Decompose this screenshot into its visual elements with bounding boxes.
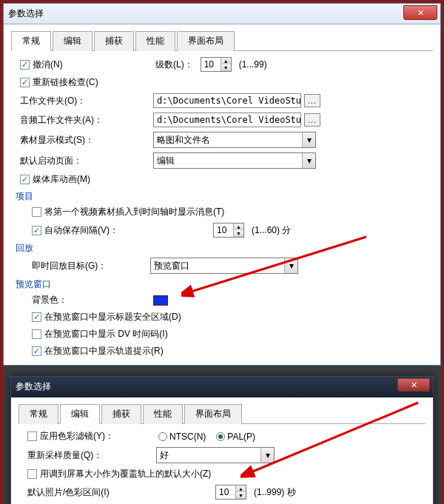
tab-layout[interactable]: 界面布局: [177, 31, 235, 51]
chevron-down-icon: ▾: [302, 153, 315, 168]
medialib-label: 媒体库动画(M): [33, 173, 90, 186]
spinner-down-icon[interactable]: ▼: [234, 230, 243, 237]
pal-label: PAL(P): [227, 431, 255, 442]
window-title: 参数选择: [16, 380, 51, 393]
playback-dropdown[interactable]: 预览窗口 ▾: [150, 258, 298, 274]
safearea-checkbox[interactable]: [32, 312, 41, 322]
resample-label: 重新采样质量(Q)：: [27, 449, 156, 462]
section-playback: 回放: [16, 242, 433, 255]
undo-checkbox[interactable]: [20, 60, 30, 70]
tab-capture[interactable]: 捕获: [101, 404, 141, 424]
colorfilter-label: 应用色彩滤镜(Y)：: [40, 430, 158, 443]
tab-edit[interactable]: 编辑: [53, 31, 92, 51]
autosave-range: (1...60) 分: [252, 224, 291, 237]
duration-spinner[interactable]: 10 ▲▼: [215, 485, 246, 500]
tab-general[interactable]: 常规: [18, 404, 58, 424]
trackhint-checkbox[interactable]: [32, 346, 41, 356]
ntsc-label: NTSC(N): [169, 431, 206, 442]
workdir-field[interactable]: d:\Documents\Corel VideoStu…: [153, 93, 301, 108]
overlay-checkbox[interactable]: [27, 469, 37, 479]
close-button[interactable]: ✕: [397, 378, 430, 392]
tab-performance[interactable]: 性能: [135, 31, 175, 51]
duration-label: 默认照片/色彩区间(I): [27, 486, 215, 499]
audiodir-browse-button[interactable]: ...: [304, 113, 320, 127]
playback-label: 即时回放目标(G)：: [32, 260, 150, 272]
clipdisplay-label: 素材显示模式(S)：: [20, 134, 153, 147]
window-title: 参数选择: [8, 7, 44, 20]
close-button[interactable]: ✕: [403, 5, 437, 20]
workdir-browse-button[interactable]: ...: [304, 94, 320, 107]
tab-capture[interactable]: 捕获: [94, 31, 134, 51]
bgcolor-swatch[interactable]: [153, 295, 168, 306]
resample-dropdown[interactable]: 好 ▾: [156, 447, 275, 463]
relink-checkbox[interactable]: [20, 78, 30, 87]
audiodir-label: 音频工作文件夹(A)：: [20, 114, 153, 127]
firstclip-checkbox[interactable]: [32, 207, 41, 217]
spinner-down-icon[interactable]: ▼: [221, 64, 231, 71]
bgcolor-label: 背景色：: [32, 294, 150, 306]
clipdisplay-dropdown[interactable]: 略图和文件名 ▾: [153, 132, 316, 148]
chevron-down-icon: ▾: [260, 448, 274, 463]
section-preview: 预览窗口: [16, 278, 433, 291]
tab-strip: 常规 编辑 捕获 性能 界面布局: [11, 30, 433, 51]
colorfilter-checkbox[interactable]: [27, 431, 37, 441]
dvtimecode-checkbox[interactable]: [32, 329, 41, 339]
autosave-checkbox[interactable]: [32, 226, 41, 235]
autosave-label: 自动保存间隔(V)：: [44, 224, 213, 237]
levels-range: (1...99): [239, 59, 267, 70]
tab-strip: 常规 编辑 捕获 性能 界面布局: [18, 403, 426, 424]
levels-label: 级数(L)：: [155, 58, 193, 71]
workdir-label: 工作文件夹(O)：: [20, 95, 153, 107]
spinner-up-icon[interactable]: ▲: [234, 224, 243, 230]
relink-label: 重新链接检查(C): [33, 76, 98, 89]
trackhint-label: 在预览窗口中显示轨道提示(R): [44, 345, 164, 357]
chevron-down-icon: ▾: [284, 258, 297, 273]
tab-performance[interactable]: 性能: [143, 404, 183, 424]
safearea-label: 在预览窗口中显示标题安全区域(D): [44, 311, 181, 323]
startpage-label: 默认启动页面：: [20, 155, 153, 167]
levels-spinner[interactable]: 10 ▲▼: [201, 57, 232, 72]
startpage-dropdown[interactable]: 编辑 ▾: [153, 152, 316, 169]
firstclip-label: 将第一个视频素材插入到时间轴时显示消息(T): [44, 206, 224, 218]
overlay-label: 用调到屏幕大小作为覆盖轨上的默认大小(Z): [40, 468, 211, 480]
ntsc-radio[interactable]: [158, 432, 167, 441]
pal-radio[interactable]: [216, 432, 225, 441]
spinner-down-icon[interactable]: ▼: [236, 492, 246, 499]
tab-edit[interactable]: 编辑: [60, 404, 100, 424]
spinner-up-icon[interactable]: ▲: [236, 485, 246, 492]
chevron-down-icon: ▾: [302, 132, 315, 147]
tab-general[interactable]: 常规: [11, 31, 51, 51]
autosave-spinner[interactable]: 10 ▲▼: [213, 223, 244, 238]
section-project: 项目: [16, 190, 433, 203]
audiodir-field[interactable]: d:\Documents\Corel VideoStu…: [153, 112, 301, 127]
spinner-up-icon[interactable]: ▲: [221, 58, 231, 64]
duration-range: (1..999) 秒: [254, 486, 296, 499]
dvtimecode-label: 在预览窗口中显示 DV 时间码(I): [44, 328, 168, 340]
undo-label: 撤消(N): [33, 58, 155, 71]
tab-layout[interactable]: 界面布局: [184, 404, 242, 424]
medialib-checkbox[interactable]: [20, 175, 30, 184]
